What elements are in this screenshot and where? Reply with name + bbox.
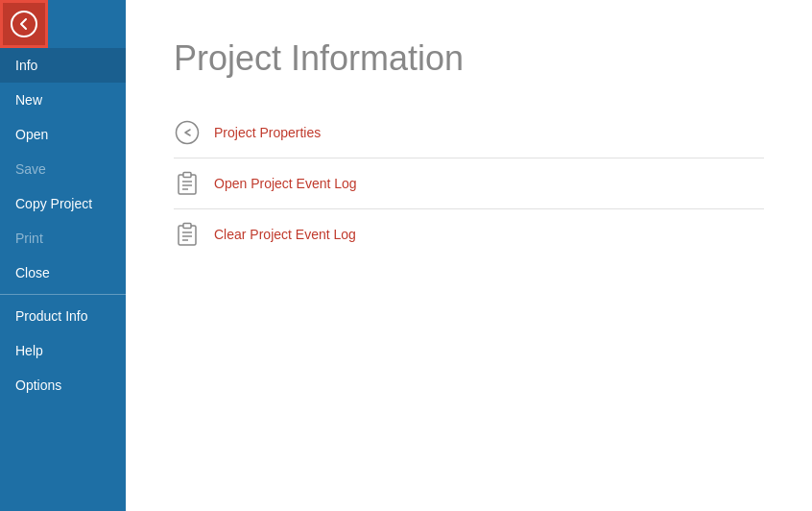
svg-rect-2	[183, 173, 191, 178]
page-title: Project Information	[174, 38, 764, 79]
clipboard-icon-clear	[174, 221, 201, 248]
sidebar-item-copy-project[interactable]: Copy Project	[0, 186, 126, 221]
clipboard-icon-open	[174, 170, 201, 197]
sidebar-label-help: Help	[15, 343, 43, 358]
sidebar-item-new[interactable]: New	[0, 83, 126, 117]
sidebar: Info New Open Save Copy Project Print Cl…	[0, 0, 126, 511]
sidebar-label-copy-project: Copy Project	[15, 196, 92, 211]
action-item-open-event-log[interactable]: Open Project Event Log	[174, 158, 764, 209]
sidebar-divider	[0, 294, 126, 295]
sidebar-item-info[interactable]: Info	[0, 48, 126, 83]
sidebar-label-product-info: Product Info	[15, 308, 88, 324]
sidebar-item-product-info[interactable]: Product Info	[0, 299, 126, 333]
sidebar-label-save: Save	[15, 161, 46, 177]
sidebar-label-print: Print	[15, 231, 43, 246]
action-item-project-properties[interactable]: Project Properties	[174, 108, 764, 158]
sidebar-label-info: Info	[15, 58, 37, 73]
back-arrow-icon	[11, 11, 37, 37]
sidebar-nav: Info New Open Save Copy Project Print Cl…	[0, 48, 126, 511]
sidebar-item-open[interactable]: Open	[0, 117, 126, 152]
sidebar-item-print: Print	[0, 221, 126, 256]
main-content: Project Information Project Properties	[126, 0, 812, 511]
svg-point-0	[177, 122, 199, 144]
sidebar-item-save: Save	[0, 152, 126, 186]
back-button[interactable]	[0, 0, 48, 48]
sidebar-item-help[interactable]: Help	[0, 333, 126, 368]
action-label-clear-event-log: Clear Project Event Log	[214, 227, 356, 242]
circle-arrow-icon	[174, 119, 201, 146]
sidebar-label-close: Close	[15, 265, 50, 280]
sidebar-item-options[interactable]: Options	[0, 368, 126, 402]
action-label-open-event-log: Open Project Event Log	[214, 176, 357, 191]
action-label-project-properties: Project Properties	[214, 125, 321, 140]
action-list: Project Properties Open Project Event Lo…	[174, 108, 764, 259]
svg-rect-7	[183, 224, 191, 229]
sidebar-label-options: Options	[15, 377, 61, 393]
sidebar-item-close[interactable]: Close	[0, 256, 126, 290]
action-item-clear-event-log[interactable]: Clear Project Event Log	[174, 209, 764, 259]
sidebar-label-new: New	[15, 92, 42, 108]
sidebar-label-open: Open	[15, 127, 48, 142]
